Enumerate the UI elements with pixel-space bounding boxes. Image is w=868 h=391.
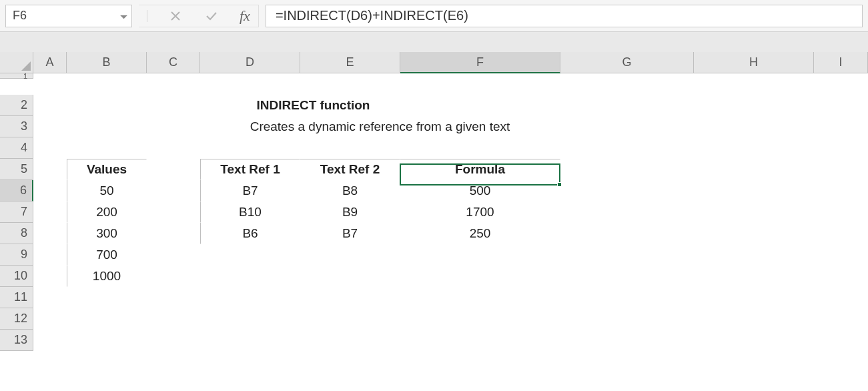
col-header-D[interactable]: D [200,52,300,73]
formula-bar-buttons: fx [139,5,259,27]
formula-table-header[interactable]: Formula [400,159,560,180]
formula-table-header[interactable]: Text Ref 2 [300,159,400,180]
page-subtitle[interactable]: Creates a dynamic reference from a given… [67,116,694,137]
formula-text: =INDIRECT(D6)+INDIRECT(E6) [276,8,468,23]
row-header-2[interactable]: 2 [0,95,33,116]
row-header-8[interactable]: 8 [0,223,33,244]
name-box-dropdown-icon[interactable] [120,9,127,23]
table-cell[interactable]: B8 [300,180,400,202]
table-cell[interactable]: B9 [300,202,400,223]
separator [147,10,147,22]
col-header-H[interactable]: H [694,52,814,73]
row-header-6[interactable]: 6 [0,180,33,202]
formula-table-header[interactable]: Text Ref 1 [200,159,300,180]
row-header-9[interactable]: 9 [0,244,33,266]
table-cell[interactable]: 1700 [400,202,560,223]
spreadsheet-grid[interactable]: A B C D E F G H I 1 2 3 4 5 6 7 8 9 10 1… [0,52,868,391]
row-header-1[interactable]: 1 [0,73,33,79]
formula-bar: F6 fx =INDIRECT(D6)+INDIRECT(E6) [0,0,868,32]
enter-formula-button[interactable] [203,8,220,24]
cell[interactable] [33,73,868,79]
row-header-4[interactable]: 4 [0,137,33,159]
col-header-A[interactable]: A [33,52,67,73]
col-header-B[interactable]: B [67,52,147,73]
fx-icon[interactable]: fx [240,7,250,25]
table-cell[interactable]: B10 [200,202,300,223]
values-cell[interactable]: 50 [67,180,147,202]
table-cell[interactable]: B6 [200,223,300,244]
table-cell[interactable]: B7 [200,180,300,202]
formula-input[interactable]: =INDIRECT(D6)+INDIRECT(E6) [266,5,863,27]
cancel-formula-button[interactable] [167,8,183,24]
name-box[interactable]: F6 [5,5,132,27]
row-header-13[interactable]: 13 [0,330,33,351]
values-cell[interactable]: 200 [67,202,147,223]
name-box-value: F6 [13,9,27,23]
select-all-corner[interactable] [0,52,33,73]
row-header-10[interactable]: 10 [0,266,33,287]
row-header-11[interactable]: 11 [0,287,33,308]
values-cell[interactable]: 300 [67,223,147,244]
col-header-I[interactable]: I [814,52,868,73]
row-header-7[interactable]: 7 [0,202,33,223]
values-cell[interactable]: 700 [67,244,147,266]
col-header-C[interactable]: C [147,52,200,73]
table-cell[interactable]: 500 [400,180,560,202]
excel-window: F6 fx =INDIRECT(D6)+INDIRECT(E6) A B C D… [0,0,868,391]
values-table-header[interactable]: Values [67,159,147,180]
row-header-3[interactable]: 3 [0,116,33,137]
row-header-5[interactable]: 5 [0,159,33,180]
table-cell[interactable]: B7 [300,223,400,244]
table-cell[interactable]: 250 [400,223,560,244]
col-header-F[interactable]: F [400,52,560,73]
values-cell[interactable]: 1000 [67,266,147,287]
page-title[interactable]: INDIRECT function [67,95,560,116]
col-header-G[interactable]: G [560,52,694,73]
ribbon-spacer [0,32,868,52]
row-header-12[interactable]: 12 [0,308,33,330]
col-header-E[interactable]: E [300,52,400,73]
